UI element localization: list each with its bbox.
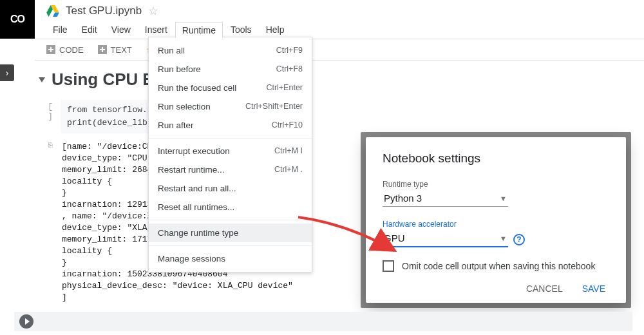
cell-output-icon: ⎘ <box>39 140 53 303</box>
menu-help[interactable]: Help <box>260 22 291 38</box>
menuitem-run-the-focused-cell[interactable]: Run the focused cellCtrl+Enter <box>149 79 312 97</box>
cancel-button[interactable]: CANCEL <box>526 283 563 294</box>
chevron-down-icon: ▼ <box>500 235 507 242</box>
menuitem-change-runtime-type[interactable]: Change runtime type <box>149 224 312 242</box>
dialog-backdrop: Notebook settings Runtime type Python 3▼… <box>361 132 631 308</box>
runtime-type-select[interactable]: Python 3▼ <box>383 191 508 207</box>
dialog-title: Notebook settings <box>383 151 609 166</box>
add-text-button[interactable]: TEXT <box>91 44 138 56</box>
menuitem-restart-runtime[interactable]: Restart runtime...Ctrl+M . <box>149 160 312 179</box>
menu-runtime[interactable]: Runtime <box>175 22 223 38</box>
menuitem-run-after[interactable]: Run afterCtrl+F10 <box>149 116 312 135</box>
menuitem-interrupt-execution[interactable]: Interrupt executionCtrl+M I <box>149 142 312 160</box>
notebook-filename[interactable]: Test GPU.ipynb <box>66 5 142 17</box>
menu-view[interactable]: View <box>105 22 137 38</box>
menuitem-restart-and-run-all[interactable]: Restart and run all... <box>149 179 312 198</box>
save-button[interactable]: SAVE <box>582 283 605 294</box>
collapse-icon[interactable] <box>39 77 45 82</box>
accelerator-label: Hardware accelerator <box>383 220 609 229</box>
drive-icon <box>46 5 59 17</box>
menubar: FileEditViewInsertRuntimeToolsHelp <box>46 22 290 38</box>
menuitem-manage-sessions[interactable]: Manage sessions <box>149 249 312 268</box>
play-icon[interactable] <box>19 314 33 329</box>
menu-file[interactable]: File <box>46 22 74 38</box>
accelerator-select[interactable]: GPU▼ <box>383 231 508 247</box>
section-heading: Using CPU En <box>52 70 164 90</box>
menuitem-run-before[interactable]: Run beforeCtrl+F8 <box>149 60 312 79</box>
toolbar: CODE TEXT ↑ <box>35 39 644 61</box>
menu-tools[interactable]: Tools <box>224 22 258 38</box>
runtime-menu-dropdown: Run allCtrl+F9Run beforeCtrl+F8Run the f… <box>148 37 312 273</box>
svg-marker-1 <box>53 12 59 17</box>
omit-output-checkbox[interactable] <box>383 260 394 272</box>
omit-output-label: Omit code cell output when saving this n… <box>402 261 595 271</box>
cell-execute-icon[interactable]: [ ] <box>39 100 53 133</box>
menuitem-reset-all-runtimes[interactable]: Reset all runtimes... <box>149 198 312 216</box>
star-icon[interactable]: ☆ <box>148 4 158 18</box>
bottom-bar <box>14 312 632 331</box>
menuitem-run-selection[interactable]: Run selectionCtrl+Shift+Enter <box>149 97 312 116</box>
runtime-type-label: Runtime type <box>383 180 609 189</box>
sidebar-toggle[interactable]: › <box>0 64 14 81</box>
menuitem-run-all[interactable]: Run allCtrl+F9 <box>149 41 312 60</box>
chevron-down-icon: ▼ <box>500 195 507 202</box>
add-code-button[interactable]: CODE <box>40 44 90 56</box>
help-icon[interactable]: ? <box>513 234 525 245</box>
menu-edit[interactable]: Edit <box>75 22 104 38</box>
colab-logo: CO <box>0 0 35 39</box>
notebook-settings-dialog: Notebook settings Runtime type Python 3▼… <box>366 137 626 303</box>
menu-insert[interactable]: Insert <box>138 22 174 38</box>
